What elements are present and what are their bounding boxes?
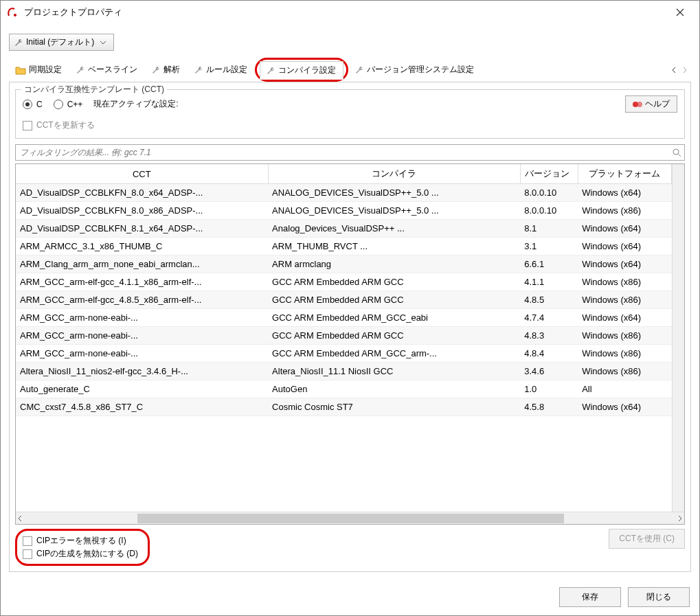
tab-sync[interactable]: 同期設定 — [9, 60, 69, 79]
cell-version: 1.0 — [520, 380, 578, 398]
tab-rules[interactable]: ルール設定 — [188, 60, 255, 79]
cell-cct: ARM_GCC_arm-none-eabi-... — [16, 309, 268, 327]
table-row[interactable]: ARM_GCC_arm-none-eabi-...GCC ARM Embedde… — [16, 345, 672, 363]
wrench-icon — [151, 65, 161, 75]
table-row[interactable]: AD_VisualDSP_CCBLKFN_8.1_x64_ADSP-...Ana… — [16, 220, 672, 238]
cell-cct: ARM_ARMCC_3.1_x86_THUMB_C — [16, 238, 268, 255]
cct-groupbox: コンパイラ互換性テンプレート (CCT) C C++ 現在アクティブな設定: ヘ… — [15, 89, 685, 139]
groupbox-legend: コンパイラ互換性テンプレート (CCT) — [21, 84, 167, 95]
col-version[interactable]: バージョン — [520, 164, 578, 184]
tab-label: ルール設定 — [206, 64, 247, 76]
cell-platform: Windows (x64) — [578, 309, 671, 327]
highlight-annotation: CIPエラーを無視する (I) CIPの生成を無効にする (D) — [15, 529, 150, 566]
cct-table-wrap: CCT コンパイラ バージョン プラットフォーム AD_VisualDSP_CC… — [15, 163, 685, 525]
cell-platform: Windows (x86) — [578, 363, 671, 380]
scroll-right-icon[interactable] — [680, 65, 690, 75]
dialog-window: プロジェクトプロパティ Initial (デフォルト) 同期設定 ベースライン — [0, 0, 700, 616]
filter-row — [15, 144, 685, 161]
scrollbar-thumb[interactable] — [137, 514, 563, 523]
radio-c[interactable] — [23, 100, 32, 109]
cell-compiler: ANALOG_DEVICES_VisualDSP++_5.0 ... — [268, 202, 520, 220]
radio-c-label: C — [36, 100, 43, 109]
table-row[interactable]: ARM_Clang_arm_arm_none_eabi_armclan...AR… — [16, 255, 672, 273]
folder-icon — [15, 65, 26, 75]
table-row[interactable]: ARM_GCC_arm-elf-gcc_4.8.5_x86_arm-elf-..… — [16, 291, 672, 309]
table-row[interactable]: CMC_cxst7_4.5.8_x86_ST7_CCosmic Cosmic S… — [16, 398, 672, 416]
col-compiler[interactable]: コンパイラ — [268, 164, 520, 184]
cell-compiler: Cosmic Cosmic ST7 — [268, 398, 520, 416]
table-row[interactable]: Altera_NiosII_11_nios2-elf-gcc_3.4.6_H-.… — [16, 363, 672, 380]
table-row[interactable]: ARM_ARMCC_3.1_x86_THUMB_CARM_THUMB_RVCT … — [16, 238, 672, 255]
config-dropdown[interactable]: Initial (デフォルト) — [9, 34, 114, 51]
cell-compiler: AutoGen — [268, 380, 520, 398]
cell-version: 3.4.6 — [520, 363, 578, 380]
highlight-annotation: コンパイラ設定 — [255, 58, 348, 82]
cell-cct: AD_VisualDSP_CCBLKFN_8.0_x86_ADSP-... — [16, 202, 268, 220]
cell-compiler: GCC ARM Embedded ARM_GCC_eabi — [268, 309, 520, 327]
svg-point-2 — [637, 102, 642, 107]
radio-cpp[interactable] — [54, 100, 63, 109]
cell-cct: ARM_GCC_arm-elf-gcc_4.1.1_x86_arm-elf-..… — [16, 273, 268, 291]
compiler-panel: コンパイラ互換性テンプレート (CCT) C C++ 現在アクティブな設定: ヘ… — [9, 82, 691, 572]
disable-cip-checkbox[interactable] — [23, 549, 32, 559]
update-cct-label: CCTを更新する — [36, 119, 95, 131]
scroll-left-icon[interactable] — [669, 65, 679, 75]
cell-compiler: GCC ARM Embedded ARM GCC — [268, 273, 520, 291]
tab-baseline[interactable]: ベースライン — [69, 60, 145, 79]
cell-compiler: ANALOG_DEVICES_VisualDSP++_5.0 ... — [268, 184, 520, 202]
cell-cct: ARM_GCC_arm-none-eabi-... — [16, 327, 268, 345]
svg-point-3 — [673, 149, 679, 155]
cell-version: 4.5.8 — [520, 398, 578, 416]
bottom-options: CIPエラーを無視する (I) CIPの生成を無効にする (D) CCTを使用 … — [15, 529, 685, 566]
ignore-cip-label: CIPエラーを無視する (I) — [36, 535, 126, 547]
update-cct-checkbox[interactable] — [23, 121, 32, 130]
cell-version: 3.1 — [520, 238, 578, 255]
table-row[interactable]: ARM_GCC_arm-none-eabi-...GCC ARM Embedde… — [16, 327, 672, 345]
cell-cct: ARM_GCC_arm-elf-gcc_4.8.5_x86_arm-elf-..… — [16, 291, 268, 309]
cell-compiler: Altera_NiosII_11.1 NiosII GCC — [268, 363, 520, 380]
tab-label: ベースライン — [88, 64, 137, 76]
update-cct-row: CCTを更新する — [23, 119, 677, 131]
cell-platform: Windows (x64) — [578, 184, 671, 202]
close-button[interactable] — [666, 2, 694, 23]
active-setting-label: 現在アクティブな設定: — [93, 98, 178, 110]
table-row[interactable]: AD_VisualDSP_CCBLKFN_8.0_x64_ADSP-...ANA… — [16, 184, 672, 202]
search-icon[interactable] — [669, 145, 684, 160]
wrench-icon — [194, 65, 203, 75]
horizontal-scrollbar[interactable] — [16, 512, 684, 524]
cell-cct: AD_VisualDSP_CCBLKFN_8.1_x64_ADSP-... — [16, 220, 268, 238]
titlebar: プロジェクトプロパティ — [1, 1, 699, 24]
save-button[interactable]: 保存 — [559, 587, 621, 607]
cell-cct: Auto_generate_C — [16, 380, 268, 398]
content-area: Initial (デフォルト) 同期設定 ベースライン 解析 ルール設定 — [1, 24, 699, 579]
tab-label: 解析 — [163, 64, 180, 76]
config-label: Initial (デフォルト) — [26, 36, 94, 48]
disable-cip-label: CIPの生成を無効にする (D) — [36, 548, 138, 560]
tab-analysis[interactable]: 解析 — [145, 60, 188, 79]
cell-cct: CMC_cxst7_4.5.8_x86_ST7_C — [16, 398, 268, 416]
cell-compiler: ARM armclang — [268, 255, 520, 273]
table-row[interactable]: AD_VisualDSP_CCBLKFN_8.0_x86_ADSP-...ANA… — [16, 202, 672, 220]
table-row[interactable]: ARM_GCC_arm-elf-gcc_4.1.1_x86_arm-elf-..… — [16, 273, 672, 291]
table-row[interactable]: Auto_generate_CAutoGen1.0All — [16, 380, 672, 398]
tab-vcs[interactable]: バージョン管理システム設定 — [348, 60, 482, 79]
app-icon — [6, 6, 19, 19]
cell-platform: Windows (x86) — [578, 202, 671, 220]
tab-scroll-arrows — [668, 65, 691, 75]
cell-cct: ARM_GCC_arm-none-eabi-... — [16, 345, 268, 363]
ignore-cip-checkbox[interactable] — [23, 536, 32, 546]
tab-compiler[interactable]: コンパイラ設定 — [260, 61, 343, 80]
filter-input[interactable] — [16, 145, 669, 160]
cell-compiler: GCC ARM Embedded ARM_GCC_arm-... — [268, 345, 520, 363]
lang-radio-row: C C++ 現在アクティブな設定: ヘルプ — [23, 95, 677, 113]
vertical-scrollbar[interactable] — [672, 164, 684, 512]
close-button[interactable]: 閉じる — [628, 587, 690, 607]
help-button[interactable]: ヘルプ — [625, 95, 677, 113]
cell-cct: Altera_NiosII_11_nios2-elf-gcc_3.4.6_H-.… — [16, 363, 268, 380]
tabs: 同期設定 ベースライン 解析 ルール設定 コンパイラ設定 — [9, 58, 691, 82]
footer: 保存 閉じる — [1, 579, 699, 615]
col-platform[interactable]: プラットフォーム — [578, 164, 671, 184]
cell-version: 8.1 — [520, 220, 578, 238]
table-row[interactable]: ARM_GCC_arm-none-eabi-...GCC ARM Embedde… — [16, 309, 672, 327]
col-cct[interactable]: CCT — [16, 164, 268, 184]
